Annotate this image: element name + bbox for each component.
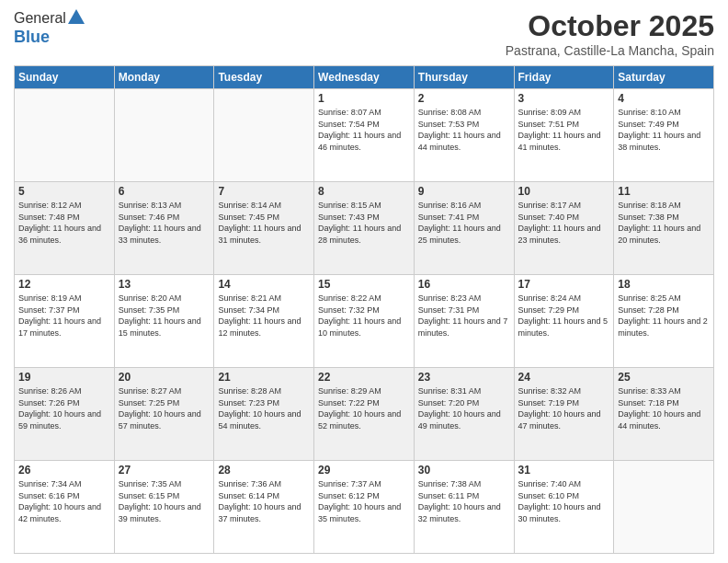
day-number: 19 (18, 371, 110, 384)
day-info: Sunrise: 8:23 AM Sunset: 7:31 PM Dayligh… (418, 293, 510, 339)
table-row: 24Sunrise: 8:32 AM Sunset: 7:19 PM Dayli… (514, 368, 614, 461)
day-number: 14 (218, 278, 310, 291)
day-number: 4 (618, 92, 710, 105)
table-row: 9Sunrise: 8:16 AM Sunset: 7:41 PM Daylig… (414, 182, 514, 275)
col-sunday: Sunday (15, 66, 115, 89)
calendar-week-row: 19Sunrise: 8:26 AM Sunset: 7:26 PM Dayli… (15, 368, 714, 461)
day-number: 17 (518, 278, 610, 291)
day-info: Sunrise: 8:12 AM Sunset: 7:48 PM Dayligh… (18, 200, 110, 246)
table-row: 7Sunrise: 8:14 AM Sunset: 7:45 PM Daylig… (214, 182, 314, 275)
day-info: Sunrise: 8:20 AM Sunset: 7:35 PM Dayligh… (119, 293, 210, 339)
table-row: 18Sunrise: 8:25 AM Sunset: 7:28 PM Dayli… (614, 275, 714, 368)
table-row: 20Sunrise: 8:27 AM Sunset: 7:25 PM Dayli… (114, 368, 214, 461)
table-row: 2Sunrise: 8:08 AM Sunset: 7:53 PM Daylig… (414, 89, 514, 182)
logo-blue-text: Blue (14, 28, 50, 46)
table-row: 5Sunrise: 8:12 AM Sunset: 7:48 PM Daylig… (15, 182, 115, 275)
table-row: 29Sunrise: 7:37 AM Sunset: 6:12 PM Dayli… (314, 461, 415, 554)
col-tuesday: Tuesday (214, 66, 314, 89)
calendar-week-row: 26Sunrise: 7:34 AM Sunset: 6:16 PM Dayli… (15, 461, 714, 554)
table-row: 13Sunrise: 8:20 AM Sunset: 7:35 PM Dayli… (114, 275, 214, 368)
day-info: Sunrise: 8:25 AM Sunset: 7:28 PM Dayligh… (618, 293, 710, 339)
day-info: Sunrise: 8:24 AM Sunset: 7:29 PM Dayligh… (518, 293, 610, 339)
table-row: 3Sunrise: 8:09 AM Sunset: 7:51 PM Daylig… (514, 89, 614, 182)
table-row: 6Sunrise: 8:13 AM Sunset: 7:46 PM Daylig… (114, 182, 214, 275)
day-number: 16 (418, 278, 510, 291)
header: General Blue October 2025 Pastrana, Cast… (14, 9, 714, 58)
table-row: 26Sunrise: 7:34 AM Sunset: 6:16 PM Dayli… (15, 461, 115, 554)
day-info: Sunrise: 8:33 AM Sunset: 7:18 PM Dayligh… (618, 385, 710, 431)
day-number: 21 (218, 371, 310, 384)
table-row: 12Sunrise: 8:19 AM Sunset: 7:37 PM Dayli… (15, 275, 115, 368)
title-area: October 2025 Pastrana, Castille-La Manch… (506, 9, 714, 58)
day-info: Sunrise: 8:22 AM Sunset: 7:32 PM Dayligh… (318, 293, 410, 339)
day-number: 24 (518, 371, 610, 384)
table-row: 16Sunrise: 8:23 AM Sunset: 7:31 PM Dayli… (414, 275, 514, 368)
day-info: Sunrise: 7:40 AM Sunset: 6:10 PM Dayligh… (518, 478, 610, 524)
day-info: Sunrise: 8:07 AM Sunset: 7:54 PM Dayligh… (318, 107, 410, 153)
day-number: 27 (119, 464, 210, 477)
table-row: 19Sunrise: 8:26 AM Sunset: 7:26 PM Dayli… (15, 368, 115, 461)
day-info: Sunrise: 8:14 AM Sunset: 7:45 PM Dayligh… (218, 200, 310, 246)
logo: General Blue (14, 9, 85, 47)
col-friday: Friday (514, 66, 614, 89)
day-info: Sunrise: 7:37 AM Sunset: 6:12 PM Dayligh… (318, 478, 410, 524)
table-row (15, 89, 115, 182)
day-info: Sunrise: 7:34 AM Sunset: 6:16 PM Dayligh… (18, 478, 110, 524)
day-number: 1 (318, 92, 410, 105)
table-row: 30Sunrise: 7:38 AM Sunset: 6:11 PM Dayli… (414, 461, 514, 554)
table-row: 17Sunrise: 8:24 AM Sunset: 7:29 PM Dayli… (514, 275, 614, 368)
day-info: Sunrise: 8:18 AM Sunset: 7:38 PM Dayligh… (618, 200, 710, 246)
day-number: 5 (18, 185, 110, 198)
calendar-week-row: 12Sunrise: 8:19 AM Sunset: 7:37 PM Dayli… (15, 275, 714, 368)
table-row: 15Sunrise: 8:22 AM Sunset: 7:32 PM Dayli… (314, 275, 415, 368)
col-saturday: Saturday (614, 66, 714, 89)
day-number: 18 (618, 278, 710, 291)
day-info: Sunrise: 8:28 AM Sunset: 7:23 PM Dayligh… (218, 385, 310, 431)
day-number: 7 (218, 185, 310, 198)
day-info: Sunrise: 8:32 AM Sunset: 7:19 PM Dayligh… (518, 385, 610, 431)
day-info: Sunrise: 8:09 AM Sunset: 7:51 PM Dayligh… (518, 107, 610, 153)
day-info: Sunrise: 8:16 AM Sunset: 7:41 PM Dayligh… (418, 200, 510, 246)
table-row: 8Sunrise: 8:15 AM Sunset: 7:43 PM Daylig… (314, 182, 415, 275)
logo-general-text: General (14, 10, 66, 27)
table-row: 22Sunrise: 8:29 AM Sunset: 7:22 PM Dayli… (314, 368, 415, 461)
day-number: 9 (418, 185, 510, 198)
month-title: October 2025 (506, 9, 714, 43)
day-info: Sunrise: 7:36 AM Sunset: 6:14 PM Dayligh… (218, 478, 310, 524)
day-number: 29 (318, 464, 410, 477)
col-wednesday: Wednesday (314, 66, 415, 89)
day-number: 30 (418, 464, 510, 477)
day-info: Sunrise: 8:19 AM Sunset: 7:37 PM Dayligh… (18, 293, 110, 339)
day-info: Sunrise: 8:17 AM Sunset: 7:40 PM Dayligh… (518, 200, 610, 246)
day-info: Sunrise: 8:31 AM Sunset: 7:20 PM Dayligh… (418, 385, 510, 431)
col-thursday: Thursday (414, 66, 514, 89)
day-number: 2 (418, 92, 510, 105)
table-row: 28Sunrise: 7:36 AM Sunset: 6:14 PM Dayli… (214, 461, 314, 554)
day-info: Sunrise: 8:21 AM Sunset: 7:34 PM Dayligh… (218, 293, 310, 339)
day-number: 25 (618, 371, 710, 384)
day-info: Sunrise: 8:10 AM Sunset: 7:49 PM Dayligh… (618, 107, 710, 153)
table-row: 31Sunrise: 7:40 AM Sunset: 6:10 PM Dayli… (514, 461, 614, 554)
day-info: Sunrise: 8:27 AM Sunset: 7:25 PM Dayligh… (119, 385, 210, 431)
day-info: Sunrise: 8:29 AM Sunset: 7:22 PM Dayligh… (318, 385, 410, 431)
day-number: 28 (218, 464, 310, 477)
table-row: 25Sunrise: 8:33 AM Sunset: 7:18 PM Dayli… (614, 368, 714, 461)
logo-triangle-icon (68, 9, 85, 24)
day-info: Sunrise: 8:08 AM Sunset: 7:53 PM Dayligh… (418, 107, 510, 153)
day-number: 8 (318, 185, 410, 198)
day-number: 20 (119, 371, 210, 384)
calendar-table: Sunday Monday Tuesday Wednesday Thursday… (14, 65, 714, 554)
day-info: Sunrise: 7:38 AM Sunset: 6:11 PM Dayligh… (418, 478, 510, 524)
day-number: 12 (18, 278, 110, 291)
table-row (614, 461, 714, 554)
table-row: 14Sunrise: 8:21 AM Sunset: 7:34 PM Dayli… (214, 275, 314, 368)
svg-marker-0 (68, 9, 85, 24)
location: Pastrana, Castille-La Mancha, Spain (506, 43, 714, 58)
day-number: 11 (618, 185, 710, 198)
day-info: Sunrise: 8:26 AM Sunset: 7:26 PM Dayligh… (18, 385, 110, 431)
day-number: 26 (18, 464, 110, 477)
day-number: 13 (119, 278, 210, 291)
day-info: Sunrise: 7:35 AM Sunset: 6:15 PM Dayligh… (119, 478, 210, 524)
table-row: 4Sunrise: 8:10 AM Sunset: 7:49 PM Daylig… (614, 89, 714, 182)
table-row: 10Sunrise: 8:17 AM Sunset: 7:40 PM Dayli… (514, 182, 614, 275)
